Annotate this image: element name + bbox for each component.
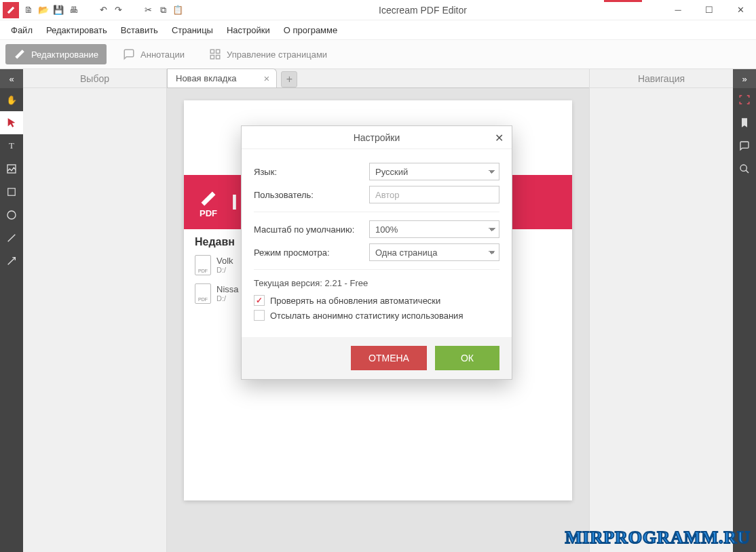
menu-pages[interactable]: Страницы [166, 22, 219, 38]
line-tool-icon[interactable] [0, 226, 23, 250]
hand-tool-icon[interactable]: ✋ [0, 88, 23, 111]
panel-selection-title: Выбор [23, 69, 166, 88]
cancel-button[interactable]: ОТМЕНА [351, 346, 427, 370]
banner-letter: I [231, 190, 238, 215]
tab-close-icon[interactable]: × [264, 73, 270, 84]
version-text: Текущая версия: 2.21 - Free [254, 278, 499, 288]
user-label: Пользователь: [254, 190, 369, 200]
collapse-right-icon[interactable]: » [733, 69, 756, 88]
mode-annotate[interactable]: Аннотации [115, 44, 193, 64]
quick-access: 🗎 📂 💾 🖶 ↶ ↷ ✂ ⧉ 📋 [23, 5, 183, 16]
dialog-title: Настройки [354, 132, 400, 143]
tool-strip-left: « ✋ T [0, 69, 23, 552]
checkbox-icon[interactable] [254, 310, 265, 321]
check-stats[interactable]: Отсылать анонимно статистику использован… [254, 310, 499, 321]
undo-icon[interactable]: ↶ [98, 5, 109, 15]
pdf-file-icon: PDF [195, 283, 211, 304]
title-bar: 🗎 📂 💾 🖶 ↶ ↷ ✂ ⧉ 📋 Icecream PDF Editor ─ … [0, 0, 756, 20]
search-icon[interactable] [733, 157, 756, 180]
menu-bar: Файл Редактировать Вставить Страницы Нас… [0, 20, 756, 39]
copy-icon[interactable]: ⧉ [157, 5, 168, 16]
add-tab-button[interactable]: + [281, 71, 297, 87]
ok-button[interactable]: ОК [435, 346, 499, 370]
view-label: Режим просмотра: [254, 248, 369, 258]
menu-edit[interactable]: Редактировать [41, 22, 113, 38]
recent-item[interactable]: PDF NissaD:/ [195, 283, 239, 304]
top-accent [604, 0, 642, 2]
dialog-header: Настройки ✕ [242, 126, 512, 149]
save-icon[interactable]: 💾 [53, 5, 64, 15]
comment-icon[interactable] [733, 134, 756, 157]
mode-edit[interactable]: Редактирование [5, 44, 107, 64]
tab-bar: Новая вкладка × + [167, 69, 589, 88]
check-updates[interactable]: Проверять на обновления автоматически [254, 295, 499, 306]
svg-rect-2 [210, 56, 214, 59]
menu-about[interactable]: О программе [278, 22, 343, 38]
svg-line-8 [8, 258, 16, 265]
zoom-label: Масштаб по умолчанию: [254, 224, 369, 235]
open-icon[interactable]: 📂 [38, 5, 49, 15]
menu-file[interactable]: Файл [5, 22, 38, 38]
watermark: MIRPROGRAMM.RU [565, 528, 751, 548]
rect-tool-icon[interactable] [0, 180, 23, 203]
svg-rect-0 [210, 50, 214, 53]
maximize-button[interactable]: ☐ [694, 0, 725, 20]
arrow-tool-icon[interactable] [0, 250, 23, 273]
tool-strip-right: » [733, 69, 756, 552]
collapse-left-icon[interactable]: « [0, 69, 23, 88]
user-input[interactable] [369, 186, 499, 203]
recent-item[interactable]: PDF VolkD:/ [195, 255, 233, 275]
mode-annotate-label: Аннотации [140, 50, 185, 60]
tab-new-label: Новая вкладка [176, 73, 237, 83]
zoom-select[interactable]: 100% [369, 220, 499, 238]
mode-bar: Редактирование Аннотации Управление стра… [0, 39, 756, 69]
cut-icon[interactable]: ✂ [143, 5, 153, 15]
checkbox-icon[interactable] [254, 295, 265, 306]
app-logo [3, 2, 19, 18]
text-tool-icon[interactable]: T [0, 134, 23, 157]
svg-point-9 [740, 165, 746, 171]
svg-rect-5 [8, 189, 16, 196]
minimize-button[interactable]: ─ [662, 0, 694, 20]
menu-insert[interactable]: Вставить [115, 22, 164, 38]
mode-edit-label: Редактирование [31, 50, 98, 60]
redo-icon[interactable]: ↷ [113, 5, 124, 15]
lang-select[interactable]: Русский [369, 163, 499, 180]
print-icon[interactable]: 🖶 [68, 5, 79, 15]
view-select[interactable]: Одна страница [369, 243, 499, 261]
menu-settings[interactable]: Настройки [221, 22, 276, 38]
svg-rect-1 [216, 50, 220, 53]
panel-selection: Выбор [23, 69, 167, 552]
fit-width-icon[interactable] [733, 88, 756, 111]
svg-line-7 [8, 235, 16, 242]
panel-navigation: Навигация [589, 69, 733, 552]
close-button[interactable]: ✕ [725, 0, 756, 20]
recent-heading: Недавн [195, 236, 235, 248]
paste-icon[interactable]: 📋 [172, 5, 183, 15]
svg-rect-3 [216, 56, 220, 59]
mode-pages-label: Управление страницами [227, 50, 327, 60]
new-icon[interactable]: 🗎 [23, 5, 34, 15]
bookmark-icon[interactable] [733, 111, 756, 134]
pdf-file-icon: PDF [195, 255, 211, 275]
svg-point-6 [7, 211, 16, 219]
pointer-tool-icon[interactable] [0, 111, 23, 134]
tab-new[interactable]: Новая вкладка × [167, 68, 277, 87]
window-title: Icecream PDF Editor [183, 5, 662, 16]
dialog-close-icon[interactable]: ✕ [491, 130, 506, 145]
panel-navigation-title: Навигация [590, 69, 733, 88]
settings-dialog: Настройки ✕ Язык: Русский Пользователь: … [241, 125, 512, 380]
image-tool-icon[interactable] [0, 157, 23, 180]
pdf-logo-icon: PDF [192, 186, 225, 218]
svg-line-10 [746, 170, 749, 173]
circle-tool-icon[interactable] [0, 203, 23, 226]
mode-pages[interactable]: Управление страницами [201, 44, 335, 64]
lang-label: Язык: [254, 167, 369, 177]
